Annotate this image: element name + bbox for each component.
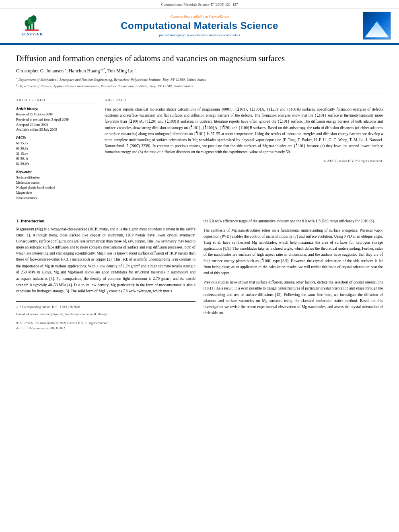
cover-graphic xyxy=(365,21,389,37)
doi-line: doi:10.1016/j.commatsci.2009.06.022 xyxy=(16,326,195,331)
affiliation-b: b Department of Physics, Applied Physics… xyxy=(16,83,383,89)
revised-date: Received in revised form 3 April 2009 xyxy=(16,117,97,122)
svg-rect-2 xyxy=(33,23,34,31)
abstract-copyright: © 2009 Elsevier B.V. All rights reserved… xyxy=(105,159,383,163)
sciencedirect-link: Contents lists available at ScienceDirec… xyxy=(56,14,343,18)
journal-title-area: Contents lists available at ScienceDirec… xyxy=(56,14,343,37)
bottom-copyright: 0927-0256/$ - see front matter © 2009 El… xyxy=(16,321,195,331)
affiliation-a: a Department of Mechanical, Aerospace an… xyxy=(16,76,383,83)
right-para-2: The synthesis of Mg nanostructures relie… xyxy=(204,228,383,277)
page-header: ELSEVIER Contents lists available at Sci… xyxy=(0,8,399,44)
journal-cover-area xyxy=(343,12,391,40)
article-title: Diffusion and formation energies of adat… xyxy=(16,53,383,64)
accepted-date: Accepted 29 June 2009 xyxy=(16,122,97,127)
article-info-label: ARTICLE INFO xyxy=(16,98,97,103)
article-content: Diffusion and formation energies of adat… xyxy=(0,45,399,339)
keyword-4: Nanostructures xyxy=(16,195,97,201)
elsevier-logo-area: ELSEVIER xyxy=(8,15,56,36)
received-date: Received 25 October 2008 xyxy=(16,112,97,117)
right-para-3: Previous studies have shown that surface… xyxy=(204,279,383,316)
article-info-abstract: ARTICLE INFO Article history: Received 2… xyxy=(16,94,383,204)
keyword-2: Nudged elastic band method xyxy=(16,185,97,190)
elsevier-tree-icon xyxy=(22,15,42,31)
elsevier-logo: ELSEVIER xyxy=(21,15,43,36)
email-addresses: hanchen@rpi.edu, hanchen@uconn.edu (H. H… xyxy=(41,312,108,317)
journal-bar: Computational Materials Science 47 (2009… xyxy=(0,0,399,8)
author-names: Christopher G. Johansen a, Hanchen Huang… xyxy=(16,68,136,74)
email-label: E-mail addresses: xyxy=(16,312,39,317)
body-left-column: 1. Introduction Magnesium (Mg) is a hexa… xyxy=(16,218,195,332)
article-history: Article history: Received 25 October 200… xyxy=(16,107,97,132)
right-para-1: the 5.0 wt% efficiency target of the aut… xyxy=(204,218,383,224)
email-note: E-mail addresses: hanchen@rpi.edu, hanch… xyxy=(16,312,195,317)
journal-citation: Computational Materials Science 47 (2009… xyxy=(161,2,238,6)
pacs-list: 68.35.Fx 66.30.Pa 31.15.xv 66.30.–h 82.2… xyxy=(16,141,97,166)
affiliations: a Department of Mechanical, Aerospace an… xyxy=(16,76,383,89)
abstract-label: ABSTRACT xyxy=(105,98,383,103)
online-date: Available online 25 July 2009 xyxy=(16,127,97,132)
body-right-column: the 5.0 wt% efficiency target of the aut… xyxy=(204,218,383,332)
elsevier-text: ELSEVIER xyxy=(21,32,43,36)
keywords-group: Keywords: Surface diffusion Molecular st… xyxy=(16,170,97,201)
abstract-text: This paper reports classical molecular s… xyxy=(105,107,383,156)
keyword-list: Surface diffusion Molecular statics Nudg… xyxy=(16,175,97,201)
corresponding-text: * Corresponding author. Tel.: +1 518 276… xyxy=(20,305,81,310)
homepage-url: www.elsevier.com/locate/commatsci xyxy=(187,33,240,37)
pacs-group: PACS: 68.35.Fx 66.30.Pa 31.15.xv 66.30.–… xyxy=(16,136,97,166)
authors-line: Christopher G. Johansen a, Hanchen Huang… xyxy=(16,68,383,74)
footnotes: * * Corresponding author. Tel.: +1 518 2… xyxy=(16,301,195,331)
keywords-label: Keywords: xyxy=(16,170,97,174)
keyword-1: Molecular statics xyxy=(16,180,97,185)
svg-point-5 xyxy=(31,15,36,23)
pacs-3: 66.30.–h xyxy=(16,156,97,161)
keyword-3: Magnesium xyxy=(16,190,97,195)
svg-rect-1 xyxy=(30,24,31,30)
pacs-1: 66.30.Pa xyxy=(16,146,97,151)
pacs-label: PACS: xyxy=(16,136,97,140)
article-info-column: ARTICLE INFO Article history: Received 2… xyxy=(16,94,97,204)
intro-para-1: Magnesium (Mg) is a hexagonal-close-pack… xyxy=(16,226,195,296)
history-label: Article history: xyxy=(16,107,97,111)
corresponding-author-note: * * Corresponding author. Tel.: +1 518 2… xyxy=(16,305,195,310)
keyword-0: Surface diffusion xyxy=(16,175,97,180)
abstract-column: ABSTRACT This paper reports classical mo… xyxy=(105,94,383,204)
pacs-4: 82.20.Wt xyxy=(16,161,97,166)
issn-line: 0927-0256/$ - see front matter © 2009 El… xyxy=(16,321,195,326)
pacs-0: 68.35.Fx xyxy=(16,141,97,146)
pacs-2: 31.15.xv xyxy=(16,151,97,156)
journal-homepage: journal homepage: www.elsevier.com/locat… xyxy=(56,33,343,37)
body-section: 1. Introduction Magnesium (Mg) is a hexa… xyxy=(16,212,383,332)
journal-cover xyxy=(363,12,391,40)
journal-title: Computational Materials Science xyxy=(56,20,343,31)
svg-rect-6 xyxy=(25,30,39,31)
introduction-heading: 1. Introduction xyxy=(16,218,195,223)
asterisk-icon: * xyxy=(16,305,18,310)
sciencedirect-name: ScienceDirect xyxy=(209,14,229,18)
